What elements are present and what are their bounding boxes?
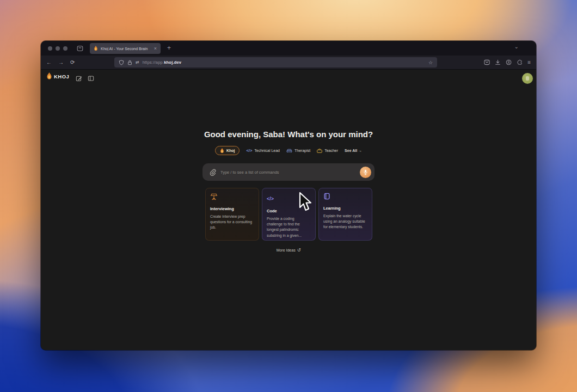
desktop-wallpaper: Khoj AI - Your Second Brain × + ⌄ ← → ⟳ … bbox=[0, 0, 577, 392]
card-category: Interviewing bbox=[210, 206, 254, 211]
agent-pill-label: Therapist bbox=[294, 149, 310, 152]
see-all-agents-link[interactable]: See All → bbox=[345, 149, 362, 152]
forward-button[interactable]: → bbox=[58, 59, 64, 65]
agent-pill-therapist[interactable]: Therapist bbox=[286, 149, 310, 153]
greeting-heading: Good evening, Saba! What's on your mind? bbox=[41, 130, 536, 139]
https-lock-icon[interactable] bbox=[127, 60, 132, 65]
url-prefix: https://app. bbox=[143, 60, 164, 65]
window-minimize-button[interactable] bbox=[56, 46, 60, 51]
back-button[interactable]: ← bbox=[46, 59, 52, 65]
agent-pill-label: Teacher bbox=[324, 149, 338, 152]
briefcase-icon bbox=[317, 149, 322, 153]
tab-title: Khoj AI - Your Second Brain bbox=[101, 47, 151, 51]
book-icon bbox=[323, 193, 367, 200]
voice-mic-button[interactable] bbox=[360, 167, 371, 178]
suggestion-card-learning[interactable]: Learning Explain the water cycle using a… bbox=[318, 188, 372, 241]
lectern-icon bbox=[210, 193, 254, 200]
sidebar-toggle-icon[interactable] bbox=[88, 75, 94, 82]
refresh-rotate-icon: ↺ bbox=[297, 248, 301, 253]
window-zoom-button[interactable] bbox=[63, 46, 67, 51]
url-text: https://app.khoj.dev bbox=[143, 60, 182, 65]
more-ideas-label: More Ideas bbox=[277, 248, 296, 252]
downloads-icon[interactable] bbox=[495, 59, 501, 65]
user-avatar[interactable] bbox=[522, 73, 533, 84]
agent-pill-teacher[interactable]: Teacher bbox=[317, 149, 338, 153]
app-header: KHOJ bbox=[46, 72, 533, 84]
firefox-view-icon[interactable] bbox=[77, 45, 83, 52]
mouse-cursor-arrow bbox=[298, 192, 313, 212]
window-close-button[interactable] bbox=[48, 46, 52, 51]
khoj-brand-link[interactable]: KHOJ bbox=[46, 72, 69, 80]
agent-pill-label: Khoj bbox=[226, 149, 235, 152]
browser-nav-toolbar: ← → ⟳ ⇄ https://app.khoj.dev ☆ bbox=[41, 56, 536, 70]
new-chat-compose-icon[interactable] bbox=[76, 75, 82, 82]
browser-window: Khoj AI - Your Second Brain × + ⌄ ← → ⟳ … bbox=[41, 41, 536, 350]
attach-paperclip-icon[interactable] bbox=[209, 169, 216, 176]
browser-tab-khoj[interactable]: Khoj AI - Your Second Brain × bbox=[90, 43, 161, 54]
pocket-icon[interactable] bbox=[484, 59, 490, 65]
suggestion-cards-row: Interviewing Create interview prep quest… bbox=[205, 188, 372, 241]
https-only-arrows-icon[interactable]: ⇄ bbox=[136, 60, 139, 65]
url-domain: khoj.dev bbox=[164, 60, 181, 65]
chat-input-bar[interactable] bbox=[202, 163, 375, 181]
agent-pill-khoj[interactable]: Khoj bbox=[215, 146, 240, 155]
hamburger-menu-icon[interactable]: ≡ bbox=[527, 59, 531, 65]
extensions-puzzle-icon[interactable] bbox=[517, 59, 523, 65]
agent-pill-technical-lead[interactable]: </> Technical Lead bbox=[246, 148, 280, 153]
tracking-protection-shield-icon[interactable] bbox=[119, 60, 124, 65]
card-category: Learning bbox=[323, 206, 367, 211]
reload-button[interactable]: ⟳ bbox=[70, 59, 75, 65]
khoj-app-content: KHOJ Good evening, Saba! What's on your … bbox=[41, 70, 536, 350]
new-tab-button[interactable]: + bbox=[167, 43, 171, 53]
chat-message-input[interactable] bbox=[220, 170, 355, 175]
suggestion-card-interviewing[interactable]: Interviewing Create interview prep quest… bbox=[205, 188, 259, 241]
code-icon: </> bbox=[267, 196, 274, 201]
browser-tab-bar: Khoj AI - Your Second Brain × + ⌄ bbox=[41, 41, 536, 56]
tab-favicon-khoj-flame-icon bbox=[94, 46, 98, 51]
tab-close-icon[interactable]: × bbox=[154, 46, 157, 51]
agent-pill-label: Technical Lead bbox=[254, 149, 280, 152]
couch-icon bbox=[286, 149, 292, 153]
card-description: Explain the water cycle using an analogy… bbox=[323, 213, 367, 230]
tab-list-chevron-down-icon[interactable]: ⌄ bbox=[514, 44, 519, 50]
card-description: Provide a coding challenge to find the l… bbox=[267, 216, 311, 238]
agent-pills-row: Khoj </> Technical Lead Therapist Te bbox=[41, 146, 536, 155]
account-icon[interactable] bbox=[506, 59, 512, 65]
code-icon: </> bbox=[246, 148, 252, 153]
brand-name: KHOJ bbox=[54, 74, 69, 79]
khoj-flame-icon bbox=[46, 72, 52, 80]
khoj-flame-icon bbox=[220, 148, 224, 154]
url-bar[interactable]: ⇄ https://app.khoj.dev ☆ bbox=[114, 57, 437, 68]
more-ideas-link[interactable]: More Ideas ↺ bbox=[41, 248, 536, 253]
bookmark-star-icon[interactable]: ☆ bbox=[428, 60, 433, 65]
card-description: Create interview prep questions for a co… bbox=[210, 214, 254, 231]
